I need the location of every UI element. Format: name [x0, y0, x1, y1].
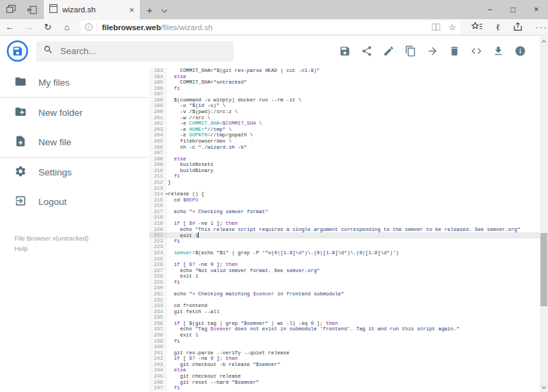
code-line[interactable]: 243 git checkout -b release "$semver" — [149, 362, 540, 368]
minimize-button[interactable]: − — [478, 0, 501, 19]
share-button[interactable] — [360, 45, 373, 58]
close-button[interactable]: × — [525, 0, 548, 19]
tab-close-icon[interactable]: × — [129, 5, 134, 15]
back-icon[interactable]: ← — [0, 22, 19, 32]
code-line[interactable]: 235 — [149, 315, 540, 321]
browser-tab[interactable]: wizard.sh × — [44, 0, 140, 19]
code-line[interactable]: 219 if [ $# -ne 1 ]; then — [149, 221, 540, 227]
address-bar[interactable]: i filebrowser.web/files/wizard.sh ☆ — [81, 21, 460, 34]
code-line[interactable]: 215 cd $REPO — [149, 197, 540, 204]
code-line[interactable]: 202 -e COMMIT_SHA=$COMMIT_SHA \ — [149, 121, 540, 127]
code-line[interactable]: 195 COMMIT_SHA="untracked" — [149, 79, 540, 86]
code-line[interactable]: 232 — [149, 297, 540, 304]
scroll-up-icon[interactable] — [540, 37, 548, 45]
share-icon[interactable] — [513, 21, 523, 34]
code-line[interactable]: 224 semver=$(echo "$1" | grep -P '^v(0|[… — [149, 250, 540, 256]
code-line[interactable]: 222 fi — [149, 238, 540, 245]
download-button[interactable] — [492, 45, 504, 58]
code-line[interactable]: 241 git rev-parse --verify --quiet relea… — [149, 350, 540, 356]
code-line[interactable]: 247 fi — [149, 385, 540, 391]
code-line[interactable]: 231 echo "> Checking matching $semver in… — [149, 291, 540, 297]
code-line[interactable]: 245 git checkout release — [149, 373, 540, 380]
code-line[interactable]: 197 — [149, 91, 540, 97]
search-input[interactable] — [60, 46, 211, 56]
code-line[interactable]: 193 COMMIT_SHA="$(git rev-parse HEAD | c… — [149, 68, 540, 74]
code-line[interactable]: 205 filebrowser/dev \ — [149, 138, 540, 145]
code-line[interactable]: 203 -e HOME="//tmp" \ — [149, 127, 540, 133]
site-info-icon[interactable]: i — [85, 23, 92, 31]
home-icon[interactable]: ⌂ — [58, 22, 77, 32]
scroll-down-icon[interactable] — [540, 383, 548, 391]
tabs-set-aside-icon[interactable] — [26, 4, 37, 15]
code-editor[interactable]: 193 COMMIT_SHA="$(git rev-parse HEAD | c… — [149, 66, 540, 392]
move-button[interactable] — [426, 45, 438, 58]
code-line[interactable]: 217 echo "> Checking semver format" — [149, 209, 540, 215]
code-line[interactable]: 210 buildBinary — [149, 168, 540, 174]
code-line[interactable]: 194 else — [149, 74, 540, 80]
code-line[interactable]: 196 fi — [149, 86, 540, 92]
code-line[interactable]: 230 — [149, 285, 540, 291]
code-line[interactable]: 211 fi — [149, 173, 540, 180]
tab-preview-chevron-icon[interactable] — [161, 3, 168, 16]
code-line[interactable]: 238 exit 1 — [149, 332, 540, 339]
set-tabs-aside-icon[interactable] — [5, 4, 16, 15]
code-line[interactable]: 227 echo "Not valid semver format. See s… — [149, 268, 540, 274]
code-line[interactable]: 236 if [ $(git tag | grep "$semver" | wc… — [149, 321, 540, 327]
reading-view-icon[interactable] — [432, 21, 440, 34]
version-link[interactable]: File Browser v(untracked) — [14, 233, 149, 243]
save-button[interactable] — [338, 45, 351, 58]
edit-button[interactable] — [382, 45, 395, 58]
code-line[interactable]: 246 git reset --hard "$semver" — [149, 380, 540, 386]
code-line[interactable]: 229 fi — [149, 280, 540, 286]
code-line[interactable]: 204 -e GOPATH=//tmp/gopath \ — [149, 132, 540, 138]
fold-arrow-icon[interactable]: ▾ — [166, 191, 168, 197]
code-line[interactable]: 225 — [149, 256, 540, 262]
code-button[interactable] — [470, 45, 482, 58]
browser-menu-icon[interactable]: ··· — [536, 23, 548, 32]
info-button[interactable] — [514, 45, 526, 58]
copy-button[interactable] — [404, 45, 416, 58]
code-line[interactable]: 207 — [149, 150, 540, 156]
sidebar-item-new-file[interactable]: New file — [0, 127, 149, 157]
code-line[interactable]: 239 fi — [149, 339, 540, 345]
forward-icon[interactable]: → — [19, 22, 38, 32]
filebrowser-logo[interactable] — [6, 40, 29, 62]
code-line[interactable]: 216 — [149, 203, 540, 209]
sidebar-item-my-files[interactable]: My files — [0, 68, 149, 97]
code-line[interactable]: 233 cd frontend — [149, 303, 540, 309]
code-line[interactable]: 228 exit 1 — [149, 273, 540, 280]
maximize-button[interactable]: □ — [501, 0, 525, 19]
code-line[interactable]: 209 buildAssets — [149, 162, 540, 168]
code-line[interactable]: 208 else — [149, 156, 540, 162]
sidebar-item-settings[interactable]: Settings — [0, 158, 149, 187]
code-line[interactable]: 223 — [149, 244, 540, 250]
code-line[interactable]: 220 echo "This release script requires a… — [149, 227, 540, 233]
code-line[interactable]: 214▾release () { — [149, 191, 540, 197]
add-favorite-star-icon[interactable]: ☆ — [449, 23, 456, 32]
code-line[interactable]: 206 sh -c "./wizard.sh -b" — [149, 145, 540, 151]
web-notes-pen-icon[interactable]: ℓ — [496, 22, 500, 33]
code-line[interactable]: 201 -w //src \ — [149, 115, 540, 121]
search-box[interactable] — [36, 41, 234, 62]
code-line[interactable]: 244 else — [149, 367, 540, 373]
code-line[interactable]: 218 — [149, 215, 540, 221]
favorites-hub-icon[interactable] — [471, 21, 483, 34]
sidebar-item-logout[interactable]: Logout — [0, 187, 149, 217]
code-line[interactable]: 200 -v /$(pwd):/src:z \ — [149, 109, 540, 115]
code-line[interactable]: 240 — [149, 344, 540, 350]
code-line[interactable]: 199 -u "$(id -u)" \ — [149, 103, 540, 109]
new-tab-button[interactable]: + — [147, 4, 153, 16]
delete-button[interactable] — [448, 45, 460, 58]
code-line[interactable]: 213 — [149, 186, 540, 192]
code-line[interactable]: 234 git fetch --all — [149, 309, 540, 315]
code-line[interactable]: 212} — [149, 180, 540, 186]
scrollbar-thumb[interactable] — [540, 233, 547, 306]
code-line[interactable]: 242 if [ $? -ne 0 ]; then — [149, 356, 540, 362]
page-scrollbar[interactable] — [540, 36, 548, 392]
help-link[interactable]: Help — [14, 243, 149, 254]
code-line[interactable]: 237 echo "Tag $semver does not exist in … — [149, 326, 540, 332]
code-line[interactable]: 226 if [ $? -ne 0 ]; then — [149, 262, 540, 268]
refresh-icon[interactable]: ↻ — [38, 22, 58, 32]
code-line[interactable]: 221 exit 1 — [149, 232, 540, 238]
code-line[interactable]: 198 $(command -v winpty) docker run --rm… — [149, 97, 540, 103]
